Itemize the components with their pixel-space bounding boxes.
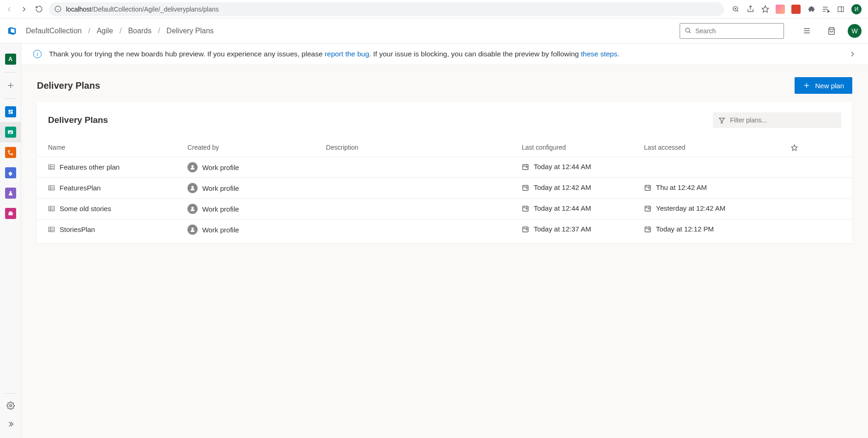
extension-icon[interactable] bbox=[776, 5, 785, 14]
col-favorite[interactable] bbox=[787, 139, 852, 157]
svg-line-6 bbox=[737, 10, 738, 12]
panel-icon[interactable] bbox=[837, 5, 845, 13]
user-icon bbox=[187, 183, 198, 193]
svg-point-32 bbox=[11, 153, 12, 155]
plan-icon bbox=[48, 185, 55, 191]
svg-point-79 bbox=[191, 228, 193, 230]
plans-card: Delivery Plans Name Created by Descripti… bbox=[37, 102, 852, 243]
plans-table: Name Created by Description Last configu… bbox=[37, 139, 852, 243]
filter-box[interactable] bbox=[713, 112, 841, 128]
sidebar-pipelines[interactable] bbox=[0, 163, 21, 183]
these-steps-link[interactable]: these steps bbox=[581, 50, 617, 58]
plan-icon bbox=[48, 226, 55, 232]
breadcrumb-item[interactable]: Boards bbox=[128, 27, 151, 35]
filter-input[interactable] bbox=[730, 116, 836, 124]
created-by: Work profile bbox=[202, 205, 239, 213]
svg-rect-40 bbox=[48, 165, 54, 170]
app-header: DefaultCollection / Agile / Boards / Del… bbox=[0, 18, 868, 43]
browser-address-bar[interactable]: localhost/DefaultCollection/Agile/_deliv… bbox=[49, 2, 724, 16]
zoom-icon[interactable] bbox=[731, 5, 740, 13]
plan-icon bbox=[48, 164, 55, 170]
calendar-icon bbox=[522, 205, 529, 212]
table-row[interactable]: Features other planWork profileToday at … bbox=[37, 157, 852, 178]
col-last-accessed[interactable]: Last accessed bbox=[640, 139, 787, 157]
left-sidebar: A bbox=[0, 43, 21, 438]
calendar-icon bbox=[522, 163, 529, 170]
shopping-bag-icon[interactable] bbox=[826, 26, 837, 36]
pipelines-icon bbox=[5, 167, 16, 178]
plan-name: StoriesPlan bbox=[60, 225, 95, 233]
sidebar-boards[interactable] bbox=[0, 122, 21, 142]
description bbox=[322, 178, 518, 199]
col-last-configured[interactable]: Last configured bbox=[518, 139, 640, 157]
search-box[interactable] bbox=[680, 23, 784, 39]
plan-name: FeaturesPlan bbox=[60, 184, 101, 192]
created-by: Work profile bbox=[202, 164, 239, 171]
svg-point-53 bbox=[191, 186, 193, 189]
svg-marker-39 bbox=[791, 145, 797, 151]
info-icon: i bbox=[33, 50, 42, 58]
sidebar-test-plans[interactable] bbox=[0, 183, 21, 203]
breadcrumb: DefaultCollection / Agile / Boards / Del… bbox=[26, 27, 214, 35]
browser-forward-button[interactable] bbox=[19, 5, 29, 14]
playlist-icon[interactable] bbox=[822, 5, 830, 13]
svg-rect-49 bbox=[48, 186, 54, 190]
breadcrumb-item[interactable]: Delivery Plans bbox=[167, 27, 214, 35]
report-bug-link[interactable]: report the bug bbox=[325, 50, 369, 58]
filter-icon bbox=[718, 117, 725, 124]
last-configured: Today at 12:42 AM bbox=[534, 183, 591, 191]
sidebar-settings[interactable] bbox=[0, 396, 21, 415]
sidebar-add[interactable] bbox=[0, 75, 21, 96]
user-avatar[interactable]: W bbox=[848, 24, 862, 38]
banner-text: Thank you for trying the new boards hub … bbox=[49, 50, 620, 58]
last-accessed: Today at 12:12 PM bbox=[656, 225, 714, 233]
svg-point-44 bbox=[191, 165, 193, 168]
col-created-by[interactable]: Created by bbox=[184, 139, 322, 157]
browser-url: localhost/DefaultCollection/Agile/_deliv… bbox=[66, 6, 219, 13]
star-icon bbox=[791, 144, 798, 151]
extensions-puzzle-icon[interactable] bbox=[807, 5, 815, 13]
new-plan-button[interactable]: New plan bbox=[795, 77, 852, 94]
svg-line-16 bbox=[689, 31, 690, 33]
share-icon[interactable] bbox=[746, 5, 754, 13]
breadcrumb-item[interactable]: DefaultCollection bbox=[26, 27, 82, 35]
last-configured: Today at 12:37 AM bbox=[534, 225, 591, 233]
breadcrumb-item[interactable]: Agile bbox=[96, 27, 113, 35]
table-row[interactable]: Some old storiesWork profileToday at 12:… bbox=[37, 199, 852, 219]
dashboard-icon bbox=[5, 106, 16, 117]
svg-point-35 bbox=[9, 405, 12, 407]
sidebar-project[interactable]: A bbox=[0, 49, 21, 69]
extension-icon[interactable] bbox=[791, 5, 801, 14]
svg-rect-62 bbox=[48, 207, 54, 211]
plus-icon bbox=[803, 82, 810, 89]
page-title: Delivery Plans bbox=[37, 80, 100, 91]
azure-devops-logo-icon[interactable] bbox=[6, 25, 18, 36]
list-icon[interactable] bbox=[802, 26, 812, 36]
description bbox=[322, 219, 518, 243]
sidebar-expand[interactable] bbox=[0, 415, 21, 433]
browser-profile-avatar[interactable]: И bbox=[851, 4, 862, 14]
table-row[interactable]: FeaturesPlanWork profileToday at 12:42 A… bbox=[37, 178, 852, 199]
browser-back-button[interactable] bbox=[5, 5, 14, 14]
sidebar-artifacts[interactable] bbox=[0, 203, 21, 224]
artifacts-icon bbox=[5, 208, 16, 219]
plan-name: Some old stories bbox=[60, 205, 111, 213]
user-icon bbox=[187, 162, 198, 172]
svg-rect-71 bbox=[645, 206, 651, 211]
col-description[interactable]: Description bbox=[322, 139, 518, 157]
table-row[interactable]: StoriesPlanWork profileToday at 12:37 AM… bbox=[37, 219, 852, 243]
calendar-icon bbox=[522, 184, 529, 191]
sidebar-overview[interactable] bbox=[0, 102, 21, 122]
browser-reload-button[interactable] bbox=[34, 5, 43, 14]
svg-marker-38 bbox=[719, 118, 724, 123]
calendar-icon bbox=[522, 225, 529, 233]
description bbox=[322, 199, 518, 219]
banner-next-button[interactable] bbox=[849, 50, 856, 58]
search-input[interactable] bbox=[695, 27, 779, 35]
bookmark-star-icon[interactable] bbox=[761, 5, 769, 13]
search-icon bbox=[685, 27, 692, 34]
col-name[interactable]: Name bbox=[37, 139, 184, 157]
sidebar-repos[interactable] bbox=[0, 142, 21, 163]
svg-rect-54 bbox=[523, 185, 528, 190]
plan-name: Features other plan bbox=[60, 163, 120, 171]
